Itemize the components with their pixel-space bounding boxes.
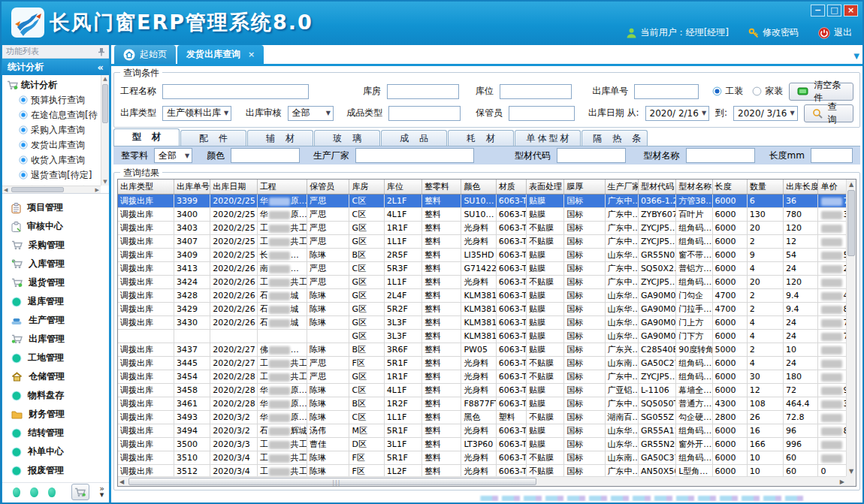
date-to-select[interactable]: 2020/ 3/16▼ (733, 106, 798, 121)
table-row-11[interactable]: 调拨出库34372020/2/27佛…陈琳B区3R6F整料PW056063-T5… (118, 343, 856, 357)
sidebar-item-12[interactable]: 结转管理 (11, 424, 109, 442)
material-tab-5[interactable]: 耗材 (448, 130, 514, 146)
material-tab-4[interactable]: 成品 (381, 130, 447, 146)
logout-button[interactable]: 退出 (818, 26, 852, 39)
material-tab-3[interactable]: 玻璃 (314, 130, 380, 146)
material-tab-2[interactable]: 辅材 (247, 130, 313, 146)
grid-vertical-scrollbar[interactable]: ▲▼ (846, 180, 856, 476)
pin-icon[interactable] (98, 47, 105, 56)
sidebar-item-0[interactable]: 项目管理 (11, 198, 109, 217)
sidebar-overflow-button[interactable]: »▾ (99, 486, 104, 498)
sidebar-item-3[interactable]: 入库管理 (11, 255, 109, 273)
sidebar-item-1[interactable]: 审核中心 (11, 217, 109, 236)
sidebar-item-13[interactable]: 补单中心 (11, 442, 109, 461)
profile-code-input[interactable] (557, 148, 626, 163)
table-row-6[interactable]: 调拨出库34242020/2/26工共工程严思G区1L1F整料光身料6063-T… (118, 276, 856, 289)
tree-horizontal-scrollbar[interactable]: ◀▶ (2, 186, 101, 193)
column-header-17[interactable]: 出库长度 (784, 180, 818, 195)
sidebar-item-4[interactable]: 退货管理 (11, 273, 109, 292)
quick-dot-button-2[interactable] (30, 487, 38, 497)
tree-item-3[interactable]: 发货出库查询 (7, 137, 98, 152)
table-row-3[interactable]: 调拨出库34072020/2/25工共工程严思G区1L1F整料光身料6063-T… (118, 235, 856, 249)
table-row-12[interactable]: 调拨出库34452020/2/27工共工程严思F区5R1F整料光身料6063-T… (118, 357, 856, 370)
tab-close-icon[interactable]: × (248, 50, 255, 59)
grid-horizontal-scrollbar[interactable]: ◀|||▶ (118, 476, 846, 486)
column-header-9[interactable]: 材质 (496, 180, 526, 195)
table-row-4[interactable]: 调拨出库34092020/2/25长…陈琳B区2R5F整料LI35HD6063-… (118, 249, 856, 262)
table-row-2[interactable]: 调拨出库34032020/2/25工共工程严思G区1R1F整料光身料6063-T… (118, 222, 856, 235)
material-tab-1[interactable]: 配件 (180, 130, 246, 146)
tab-overflow-dropdown-icon[interactable]: ▼ (853, 52, 859, 60)
product-type-input[interactable] (388, 106, 461, 121)
sidebar-item-5[interactable]: 退库管理 (11, 292, 109, 311)
maximize-button[interactable]: □ (827, 5, 841, 17)
tree-item-5[interactable]: 退货查询[待定] (7, 167, 98, 183)
sidebar-item-8[interactable]: 工地管理 (11, 349, 109, 367)
column-header-7[interactable]: 整零料 (422, 180, 461, 195)
location-input[interactable] (500, 84, 572, 99)
column-header-8[interactable]: 颜色 (461, 180, 496, 195)
sidebar-item-14[interactable]: 报废管理 (11, 461, 109, 480)
column-header-1[interactable]: 出库单号 (174, 180, 210, 195)
color-input[interactable] (231, 148, 300, 163)
sidebar-item-10[interactable]: 物料盘存 (11, 386, 109, 405)
sidebar-item-9[interactable]: 仓储管理 (11, 367, 109, 386)
tab-shipment-outbound-query[interactable]: 发货出库查询 × (177, 45, 264, 64)
table-row-9[interactable]: 调拨出库34302020/2/26石城陈琳G区3L3F整料KLM38176063… (118, 316, 856, 330)
tree-item-4[interactable]: 收货入库查询 (7, 152, 98, 167)
quick-cart-button[interactable] (71, 484, 89, 500)
column-header-5[interactable]: 库房 (349, 180, 384, 195)
tree-item-2[interactable]: 采购入库查询 (7, 122, 98, 137)
scrollbar-thumb[interactable] (847, 190, 855, 256)
order-no-input[interactable] (634, 84, 699, 99)
material-tab-6[interactable]: 单体型材 (515, 130, 581, 146)
column-header-10[interactable]: 表面处理 (526, 180, 563, 195)
column-header-13[interactable]: 型材代码 (638, 180, 675, 195)
table-row-18[interactable]: 调拨出库35002020/3/3工共工程曹佳D区3L1F整料LT3P606063… (118, 438, 856, 451)
out-type-select[interactable]: 生产领料出库▼ (162, 106, 231, 121)
clear-conditions-button[interactable]: 清空条件 (789, 83, 853, 101)
table-row-13[interactable]: 调拨出库34542020/2/28工共工程严思G区1R1F整料光身料6063-T… (118, 370, 856, 384)
minimize-button[interactable]: − (811, 5, 825, 17)
manufacturer-input[interactable] (355, 148, 474, 163)
collapse-panel-button[interactable]: « (98, 62, 104, 73)
tab-home[interactable]: 起始页 (114, 45, 176, 64)
scrollbar-thumb[interactable]: ||| (128, 478, 536, 485)
column-header-12[interactable]: 生产厂家 (605, 180, 638, 195)
material-tab-7[interactable]: 隔热条 (582, 130, 648, 146)
tree-item-1[interactable]: 在途信息查询[待 (7, 107, 98, 122)
column-header-15[interactable]: 长度 (712, 180, 747, 195)
table-row-5[interactable]: 调拨出库34132020/2/26南…严思C区5R3F整料G714226063-… (118, 262, 856, 276)
table-row-16[interactable]: 调拨出库34932020/3/2华原…陈琳C区1L1F整料黑色塑料不贴膜国标湖南… (118, 411, 856, 424)
tree-vertical-scrollbar[interactable]: ▲▼ (101, 75, 109, 186)
column-header-0[interactable]: 出库类型 (118, 180, 174, 195)
length-input[interactable] (811, 148, 853, 163)
table-row-0[interactable]: 调拨出库33992020/2/25华原…严思C区2L1F整料SU10…6063-… (118, 195, 856, 208)
project-name-input[interactable] (162, 84, 309, 99)
close-button[interactable]: × (844, 5, 858, 17)
sidebar-item-11[interactable]: 财务管理 (11, 405, 109, 424)
date-from-select[interactable]: 2020/ 2/16▼ (645, 106, 710, 121)
sidebar-item-2[interactable]: 采购管理 (11, 236, 109, 255)
table-row-15[interactable]: 调拨出库34612020/2/28华原…陈琳B区1R2F整料F8877FT606… (118, 397, 856, 411)
table-row-17[interactable]: 调拨出库34942020/3/2石辉城汤伟M区5R1F整料光身料6063-T5贴… (118, 424, 856, 438)
search-button[interactable]: 查 询 (804, 104, 853, 122)
warehouse-input[interactable] (387, 84, 459, 99)
profile-name-input[interactable] (686, 148, 755, 163)
radio-jiazhuang[interactable]: 家装 (752, 85, 783, 98)
column-header-16[interactable]: 数量 (747, 180, 783, 195)
table-row-7[interactable]: 调拨出库34282020/2/26石城陈琳G区2L4F整料KLM38176063… (118, 289, 856, 303)
table-row-14[interactable]: 调拨出库34582020/2/28华原…陈琳C区4L1F整料光身料6063-T5… (118, 384, 856, 397)
quick-dot-button-1[interactable] (13, 487, 20, 497)
sidebar-item-6[interactable]: 生产管理 (11, 311, 109, 330)
quick-dot-button-3[interactable] (48, 487, 56, 497)
column-header-2[interactable]: 出库日期 (210, 180, 257, 195)
table-row-1[interactable]: 调拨出库34002020/2/25华原…严思C区4L1F整料SU10…6063-… (118, 208, 856, 222)
audit-select[interactable]: 全部▼ (288, 106, 334, 121)
column-header-11[interactable]: 膜厚 (564, 180, 605, 195)
table-row-19[interactable]: 调拨出库35102020/3/4工共工程陈琳F区5R1F整料光身料6063-T5… (118, 451, 856, 465)
keeper-input[interactable] (509, 106, 575, 121)
column-header-18[interactable]: 单价 (818, 180, 850, 195)
tree-item-0[interactable]: 预算执行查询 (7, 92, 98, 107)
change-password-button[interactable]: 修改密码 (748, 26, 799, 39)
